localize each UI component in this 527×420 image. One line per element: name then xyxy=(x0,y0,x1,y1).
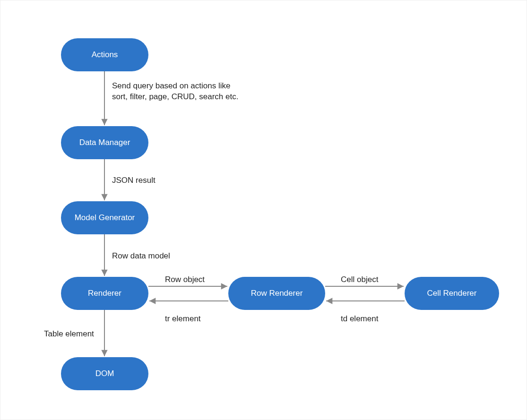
node-actions: Actions xyxy=(61,38,148,71)
edge-label-actions-to-data-manager: Send query based on actions like sort, f… xyxy=(112,81,238,103)
node-label: Cell Renderer xyxy=(427,289,477,298)
edge-label-renderer-to-row: Row object xyxy=(165,274,205,285)
node-label: Renderer xyxy=(88,289,121,298)
edge-label-model-to-renderer: Row data model xyxy=(112,251,170,262)
edge-label-renderer-to-dom: Table element xyxy=(44,329,94,340)
node-renderer: Renderer xyxy=(61,277,148,310)
node-label: DOM xyxy=(95,369,114,378)
node-label: Actions xyxy=(92,50,118,60)
node-dom: DOM xyxy=(61,357,148,390)
edge-label-data-manager-to-model: JSON result xyxy=(112,175,156,186)
node-cell-renderer: Cell Renderer xyxy=(405,277,499,310)
node-label: Data Manager xyxy=(79,138,130,147)
diagram-canvas: Actions Data Manager Model Generator Ren… xyxy=(0,0,527,420)
node-label: Model Generator xyxy=(75,213,135,223)
edge-label-row-to-cell: Cell object xyxy=(341,274,378,285)
edge-label-row-to-renderer: tr element xyxy=(165,314,201,325)
node-data-manager: Data Manager xyxy=(61,126,148,159)
edge-label-cell-to-row: td element xyxy=(341,314,378,325)
node-label: Row Renderer xyxy=(251,289,303,298)
node-row-renderer: Row Renderer xyxy=(228,277,325,310)
node-model-generator: Model Generator xyxy=(61,201,148,234)
